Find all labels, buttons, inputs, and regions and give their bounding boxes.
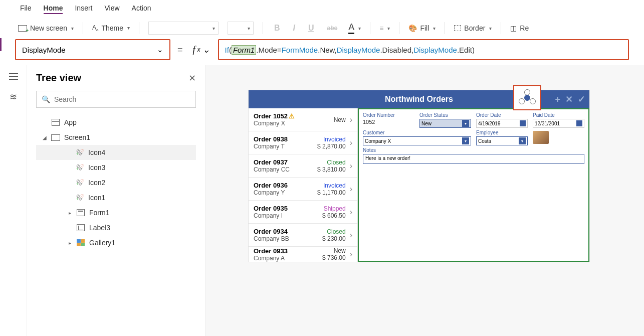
toolbar: + New screen ▾ Aa Theme ▾ ▾ ▾ B I U abc …: [0, 17, 644, 39]
chevron-right-icon: ›: [346, 138, 352, 147]
tree-search[interactable]: 🔍: [36, 91, 196, 108]
app-header: Northwind Orders + ✕ ✓: [249, 90, 589, 108]
tree-screen-label: Screen1: [64, 133, 90, 141]
order-item[interactable]: Order 0933Company ANew$ 736.00›: [249, 247, 357, 262]
layers-icon[interactable]: ≋: [10, 91, 17, 102]
tree-form-label: Form1: [89, 209, 109, 217]
menu-action[interactable]: Action: [132, 3, 151, 14]
tree-gallery-label: Gallery1: [89, 239, 115, 247]
theme-label: Theme: [101, 24, 123, 32]
tree-icon4[interactable]: ⊘♡+⟳Icon4: [36, 145, 196, 160]
align-button[interactable]: ≡▾: [379, 24, 390, 32]
chevron-right-icon: ›: [346, 231, 352, 240]
align-icon: ≡: [379, 24, 383, 32]
chevron-down-icon: ▾: [71, 26, 74, 31]
tree-panel: Tree view ✕ 🔍 App ◢ Screen1 ⊘♡+⟳Icon4⊘♡+…: [27, 65, 205, 336]
property-select[interactable]: DisplayMode ⌄: [15, 39, 170, 60]
label-customer: Customer: [363, 130, 471, 135]
menu-insert[interactable]: Insert: [75, 3, 92, 14]
order-form: Order Number1052 Order StatusNew▾ Order …: [358, 108, 589, 262]
order-item[interactable]: Order 1052⚠Company XNew›: [249, 108, 357, 131]
reorder-button[interactable]: ◫ Re: [510, 24, 529, 32]
datepicker-orderdate[interactable]: 4/19/2019: [476, 119, 528, 128]
label-ordernum: Order Number: [363, 112, 414, 118]
order-gallery[interactable]: Order 1052⚠Company XNew›Order 0938Compan…: [249, 108, 358, 262]
tree-app-label: App: [64, 118, 77, 126]
value-ordernum: 1052: [363, 119, 414, 125]
label-paiddate: Paid Date: [533, 112, 584, 118]
fx-label[interactable]: fx⌄: [190, 44, 213, 55]
dropdown-employee[interactable]: Costa▾: [476, 136, 528, 145]
label-employee: Employee: [476, 130, 528, 135]
theme-icon: Aa: [92, 24, 98, 32]
dropdown-customer[interactable]: Company X▾: [363, 136, 471, 145]
chevron-down-icon: ⌄: [157, 45, 163, 54]
tree-icon3[interactable]: ⊘♡+⟳Icon3: [36, 160, 196, 175]
fontsize-select[interactable]: ▾: [228, 22, 254, 35]
tree-item-label: Icon1: [88, 194, 105, 202]
chevron-right-icon: ›: [346, 161, 352, 171]
order-item[interactable]: Order 0934Company BBClosed$ 230.00›: [249, 224, 357, 247]
tree-icon1[interactable]: ⊘♡+⟳Icon1: [36, 190, 196, 205]
underline-button[interactable]: U: [306, 24, 316, 33]
menu-home[interactable]: Home: [44, 3, 63, 14]
control-icon: ⊘♡+⟳: [76, 195, 84, 201]
input-notes[interactable]: Here is a new order!: [363, 154, 584, 164]
control-icon: ⊘♡+⟳: [76, 149, 84, 156]
menu-view[interactable]: View: [104, 3, 119, 14]
italic-button[interactable]: I: [291, 24, 297, 33]
chevron-right-icon: ›: [346, 250, 352, 259]
selected-control-handle[interactable]: [513, 85, 541, 110]
search-icon: 🔍: [42, 95, 50, 103]
menu-bar: File Home Insert View Action: [0, 0, 644, 17]
chevron-right-icon: ›: [346, 115, 352, 124]
paint-icon: 🎨: [408, 24, 417, 32]
tree-item-label: Icon4: [88, 148, 105, 156]
dropdown-status[interactable]: New▾: [419, 119, 471, 128]
order-item[interactable]: Order 0938Company TInvoiced$ 2,870.00›: [249, 131, 357, 154]
strike-button[interactable]: abc: [325, 25, 340, 32]
datepicker-paiddate[interactable]: 12/31/2001: [533, 119, 584, 128]
cancel-icon[interactable]: ✕: [565, 94, 573, 105]
screen-icon: +: [18, 24, 27, 32]
tree-app[interactable]: App: [36, 115, 196, 130]
hamburger-icon[interactable]: [9, 73, 18, 80]
tree-gallery1[interactable]: ▸ Gallery1: [36, 235, 196, 250]
app-title: Northwind Orders: [385, 95, 453, 104]
tree-item-label: Icon3: [88, 163, 105, 172]
property-name: DisplayMode: [22, 46, 66, 54]
fill-button[interactable]: 🎨 Fill ▾: [408, 24, 436, 32]
fontcolor-button[interactable]: A▾: [348, 22, 361, 34]
tree-form1[interactable]: ▸ Form1: [36, 205, 196, 220]
border-icon: [454, 25, 461, 31]
label-orderdate: Order Date: [476, 112, 528, 118]
chevron-right-icon: ›: [346, 208, 352, 217]
reorder-icon: ◫: [510, 24, 517, 32]
tree-item-label: Icon2: [88, 179, 105, 187]
app-preview: Northwind Orders + ✕ ✓ Order 1052⚠Compan…: [249, 90, 589, 262]
border-button[interactable]: Border ▾: [454, 24, 492, 32]
canvas: Northwind Orders + ✕ ✓ Order 1052⚠Compan…: [205, 65, 644, 336]
equals-sign: =: [175, 45, 185, 55]
tree-title: Tree view: [36, 72, 81, 84]
search-input[interactable]: [54, 95, 190, 103]
tree-icon2[interactable]: ⊘♡+⟳Icon2: [36, 175, 196, 190]
bold-button[interactable]: B: [272, 24, 282, 33]
tree-label3[interactable]: Label3: [36, 220, 196, 235]
theme-button[interactable]: Aa Theme ▾: [92, 24, 130, 32]
font-select[interactable]: ▾: [148, 22, 219, 35]
border-label: Border: [464, 24, 485, 32]
close-icon[interactable]: ✕: [188, 73, 196, 84]
order-item[interactable]: Order 0935Company IShipped$ 606.50›: [249, 201, 357, 224]
tree-screen1[interactable]: ◢ Screen1: [36, 130, 196, 145]
order-item[interactable]: Order 0936Company YInvoiced$ 1,170.00›: [249, 178, 357, 201]
formula-input[interactable]: If( Form1.Mode = FormMode.New, DisplayMo…: [218, 39, 629, 60]
menu-file[interactable]: File: [20, 3, 32, 14]
left-rail: ≋: [0, 65, 27, 336]
add-icon[interactable]: +: [555, 94, 560, 105]
order-item[interactable]: Order 0937Company CCClosed$ 3,810.00›: [249, 154, 357, 178]
new-screen-button[interactable]: + New screen ▾: [18, 24, 74, 32]
employee-avatar: [533, 131, 549, 144]
control-icon: ⊘♡+⟳: [76, 164, 84, 171]
accept-icon[interactable]: ✓: [578, 94, 585, 105]
